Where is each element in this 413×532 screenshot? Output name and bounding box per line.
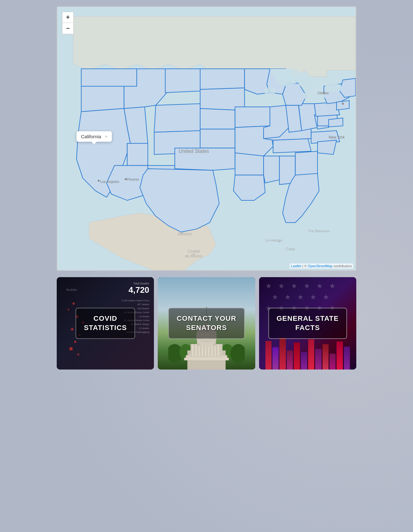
star-5: ★ — [316, 282, 323, 290]
svg-marker-28 — [273, 139, 311, 153]
star-9: ★ — [297, 293, 304, 301]
bar-8 — [315, 349, 321, 370]
svg-point-72 — [230, 344, 245, 363]
svg-marker-4 — [81, 86, 124, 112]
star-8: ★ — [285, 293, 291, 301]
star-7: ★ — [272, 293, 278, 301]
facts-card-title: GENERAL STATE FACTS — [277, 314, 339, 332]
svg-text:México: México — [178, 231, 192, 236]
osm-link[interactable]: OpenStreetMap — [308, 264, 333, 268]
bar-12 — [344, 347, 350, 370]
svg-marker-15 — [200, 69, 244, 90]
star-10: ★ — [310, 293, 316, 301]
svg-text:Cuba: Cuba — [286, 247, 295, 251]
bar-6 — [301, 352, 307, 370]
bar-2 — [272, 347, 279, 370]
bar-9 — [322, 344, 329, 370]
covid-total-deaths-label: Total Deaths 4,720 — [128, 282, 149, 295]
svg-marker-17 — [200, 108, 235, 129]
senators-label-box: CONTACT YOUR SENATORS — [168, 308, 244, 339]
general-facts-card[interactable]: ★ ★ ★ ★ ★ ★ ★ ★ ★ ★ ★ ★ ★ ★ ★ ★ ★ — [259, 277, 356, 370]
bar-10 — [330, 354, 336, 370]
svg-text:New York: New York — [329, 135, 344, 140]
star-4: ★ — [304, 282, 310, 290]
red-dot-9 — [77, 354, 79, 355]
cards-section: RUSSIA Total Deaths 4,720 3,156 deaths H… — [57, 277, 356, 370]
zoom-out-button[interactable]: − — [62, 23, 73, 34]
bar-4 — [287, 350, 293, 370]
star-6: ★ — [329, 282, 336, 290]
svg-point-64 — [193, 254, 194, 255]
covid-statistics-card[interactable]: RUSSIA Total Deaths 4,720 3,156 deaths H… — [57, 277, 154, 370]
bar-1 — [265, 341, 272, 370]
svg-marker-39 — [317, 140, 337, 155]
map-container[interactable]: United States Los Angeles Phoenix New Yo… — [57, 6, 356, 271]
svg-point-66 — [279, 241, 280, 242]
covid-label-box: COVID STATISTICS — [76, 308, 135, 339]
red-dot-8 — [69, 347, 73, 350]
svg-rect-75 — [184, 358, 229, 360]
svg-point-60 — [323, 92, 325, 94]
svg-text:Ciudad: Ciudad — [188, 249, 200, 254]
svg-point-54 — [98, 180, 100, 182]
svg-rect-84 — [214, 344, 216, 356]
svg-rect-79 — [199, 344, 200, 356]
svg-point-58 — [342, 103, 344, 105]
svg-point-49 — [264, 87, 276, 95]
star-1: ★ — [265, 282, 272, 290]
covid-card-label[interactable]: COVID STATISTICS — [69, 303, 141, 344]
svg-text:Phoenix: Phoenix — [127, 177, 139, 181]
svg-rect-77 — [192, 344, 193, 356]
svg-marker-42 — [314, 102, 340, 117]
tooltip-close-button[interactable]: × — [105, 134, 107, 139]
svg-marker-46 — [329, 118, 343, 127]
svg-marker-18 — [200, 129, 235, 148]
russia-label: RUSSIA — [66, 288, 77, 291]
facts-label-box: GENERAL STATE FACTS — [268, 308, 347, 339]
map-tooltip[interactable]: California × — [76, 131, 112, 142]
svg-marker-24 — [235, 153, 264, 175]
svg-point-56 — [125, 178, 127, 180]
contact-senators-card[interactable]: CONTACT YOUR SENATORS — [158, 277, 255, 370]
svg-rect-78 — [195, 344, 197, 356]
attribution-contributors: contributors — [334, 264, 352, 268]
svg-marker-11 — [127, 143, 148, 166]
covid-card-title: COVID STATISTICS — [84, 314, 127, 332]
bar-5 — [294, 342, 300, 370]
zoom-in-button[interactable]: + — [62, 12, 73, 23]
svg-marker-22 — [235, 107, 270, 127]
star-3: ★ — [291, 282, 297, 290]
senators-card-label[interactable]: CONTACT YOUR SENATORS — [162, 303, 251, 344]
svg-marker-9 — [154, 104, 200, 133]
total-deaths-label: Total Deaths — [128, 282, 149, 285]
senators-card-title: CONTACT YOUR SENATORS — [177, 314, 236, 332]
star-2: ★ — [278, 282, 285, 290]
facts-card-label[interactable]: GENERAL STATE FACTS — [262, 303, 353, 344]
svg-text:Los Angeles: Los Angeles — [100, 180, 120, 183]
svg-marker-45 — [337, 101, 349, 110]
svg-text:United States: United States — [178, 148, 209, 154]
bar-11 — [337, 341, 343, 370]
zoom-controls: + − — [62, 12, 74, 34]
svg-text:The Bahamas: The Bahamas — [308, 229, 330, 233]
leaflet-link[interactable]: Leaflet — [291, 264, 301, 268]
svg-rect-83 — [211, 344, 213, 356]
tooltip-state-name: California — [81, 134, 101, 139]
svg-point-48 — [299, 78, 315, 88]
stat-1: 3,156 deaths Hubei China — [122, 299, 149, 303]
svg-rect-85 — [218, 344, 219, 356]
attribution-separator: | © — [302, 264, 308, 268]
svg-marker-26 — [264, 156, 279, 183]
total-deaths-value: 4,720 — [128, 285, 149, 295]
star-11: ★ — [323, 293, 329, 301]
map-attribution: Leaflet | © OpenStreetMap contributors — [290, 263, 353, 269]
